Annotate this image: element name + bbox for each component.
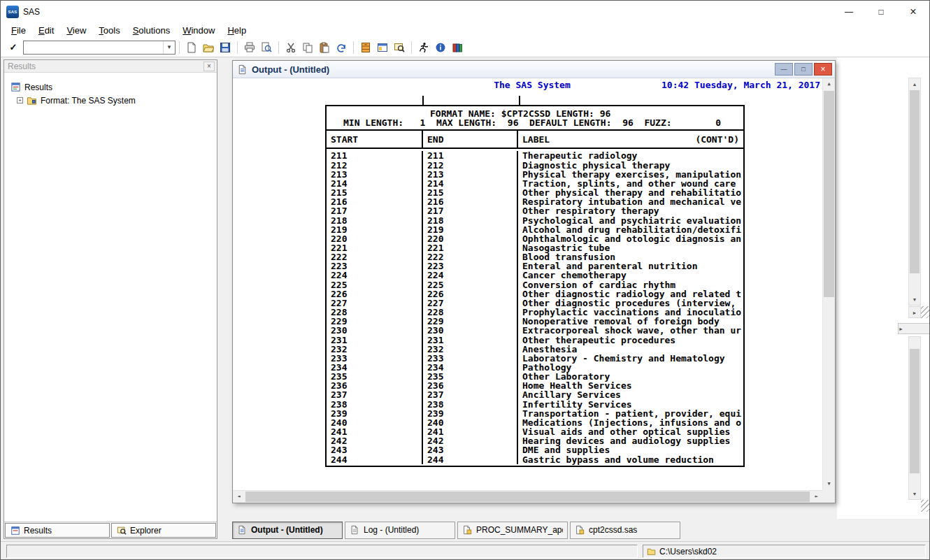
new-library-button[interactable]	[357, 39, 374, 55]
background-log-vscrollbar[interactable]: ▼	[908, 336, 921, 500]
window-bar-log-button[interactable]: Log - (Untitled)	[345, 522, 455, 539]
toolbar: ✓ ▼	[1, 38, 929, 57]
menu-item[interactable]: View	[60, 24, 92, 36]
cell-label: Other diagnostic radiology and related t	[517, 289, 743, 299]
output-vertical-scrollbar[interactable]: ▲ ▼	[822, 78, 835, 490]
cell-end: 213	[422, 170, 517, 179]
submit-run-button[interactable]	[415, 39, 432, 55]
results-panel-close-icon[interactable]: ×	[203, 62, 215, 71]
tree-item-label: Format: The SAS System	[41, 96, 136, 106]
window-bar: Output - (Untitled) Log - (Untitled) PRO…	[219, 519, 680, 541]
tree-item-results-root[interactable]: Results	[10, 80, 217, 94]
menu-item[interactable]: Edit	[32, 24, 60, 36]
scroll-down-icon[interactable]: ▼	[909, 294, 920, 305]
cell-label: Gastric bypass and volume reduction	[517, 455, 743, 464]
print-button[interactable]	[241, 39, 258, 55]
find-button[interactable]	[391, 39, 408, 55]
background-editor-scroll-corner[interactable]: ►	[908, 306, 921, 318]
help-books-button[interactable]	[449, 39, 466, 55]
editor-doc-icon	[575, 525, 585, 535]
cell-start: 244	[327, 455, 422, 464]
background-log-size-grip[interactable]	[921, 500, 930, 512]
tree-expander-icon[interactable]: +	[17, 97, 23, 103]
table-row: 226 226 Other diagnostic radiology and r…	[327, 289, 743, 299]
menu-item[interactable]: Help	[221, 24, 252, 36]
cut-button[interactable]	[282, 39, 299, 55]
scroll-right-icon[interactable]: ►	[810, 491, 822, 503]
copy-button[interactable]	[299, 39, 316, 55]
results-panel-titlebar[interactable]: Results ×	[4, 60, 217, 73]
new-document-button[interactable]	[183, 39, 200, 55]
print-preview-button[interactable]	[258, 39, 275, 55]
window-bar-output-button[interactable]: Output - (Untitled)	[232, 522, 343, 539]
menu-item[interactable]: Solutions	[127, 24, 176, 36]
cell-start: 213	[327, 170, 422, 179]
cell-label: Ancillary Services	[517, 390, 743, 399]
paste-button[interactable]	[316, 39, 333, 55]
menu-bar: FileEditViewToolsSolutionsWindowHelp	[1, 23, 929, 38]
window-title: SAS	[23, 7, 40, 17]
cell-start: 230	[327, 326, 422, 335]
maximize-button[interactable]: □	[865, 1, 897, 23]
column-header-start: START	[327, 131, 422, 148]
scrollbar-corner	[822, 490, 835, 503]
page-header-datetime: 10:42 Tuesday, March 21, 2017	[661, 80, 820, 89]
undo-button[interactable]	[333, 39, 350, 55]
cell-label: Psychological and psychiatric evaluation	[517, 216, 743, 225]
table-row: 239 239 Transportation - patient, provid…	[327, 409, 743, 418]
scroll-up-icon[interactable]: ▲	[909, 78, 920, 89]
new-library-icon	[360, 42, 371, 53]
table-row: 211 211 Therapeutic radiology	[327, 151, 743, 160]
explorer-window-button[interactable]	[374, 39, 391, 55]
menu-item[interactable]: Tools	[92, 24, 126, 36]
window-bar-proc-summary-button[interactable]: PROC_SUMMARY_apd_...	[457, 522, 568, 539]
help-books-icon	[452, 42, 463, 53]
cell-start: 226	[327, 289, 422, 299]
scroll-down-icon[interactable]: ▼	[823, 478, 835, 490]
current-directory-path: C:\Users\skd02	[659, 547, 717, 557]
tab-explorer[interactable]: Explorer	[111, 523, 216, 538]
menu-item[interactable]: File	[5, 24, 32, 36]
output-horizontal-scrollbar[interactable]: ◄ ►	[233, 490, 822, 503]
output-window-titlebar[interactable]: Output - (Untitled) — □ ×	[233, 61, 835, 78]
cell-end: 224	[422, 271, 517, 280]
background-log-window-edge[interactable]: ►	[898, 323, 930, 334]
minimize-button[interactable]: —	[833, 1, 865, 23]
window-bar-label: PROC_SUMMARY_apd_...	[476, 525, 563, 535]
close-button[interactable]: ×	[897, 1, 929, 23]
print-icon	[244, 42, 255, 53]
save-button[interactable]	[217, 39, 234, 55]
menu-item[interactable]: Window	[176, 24, 221, 36]
output-minimize-button[interactable]: —	[775, 63, 793, 76]
combobox-dropdown-icon[interactable]: ▼	[163, 41, 175, 54]
cell-start: 224	[327, 271, 422, 280]
background-editor-vscrollbar[interactable]: ▲ ▼	[908, 78, 921, 306]
scroll-up-icon[interactable]: ▲	[823, 78, 835, 90]
window-bar-cpt2cssd-button[interactable]: cpt2cssd.sas	[570, 522, 680, 539]
title-bar[interactable]: SAS SAS — □ ×	[1, 1, 929, 23]
output-close-button[interactable]: ×	[814, 63, 832, 76]
table-row: 243 243 DME and supplies	[327, 445, 743, 454]
cell-end: 211	[422, 151, 517, 160]
cell-label: Alcohol and drug rehabilitation/detoxifi	[517, 225, 743, 234]
scroll-thumb[interactable]	[910, 90, 920, 273]
output-maximize-button[interactable]: □	[794, 63, 813, 76]
scroll-right-icon[interactable]: ►	[909, 307, 920, 318]
command-input[interactable]	[24, 41, 163, 54]
mdi-workspace: ▲ ▼ ► ► ▼ Output - (Untitled) — □ ×	[219, 57, 930, 519]
explorer-window-icon	[377, 42, 388, 53]
info-button[interactable]	[432, 39, 449, 55]
scroll-thumb[interactable]	[910, 349, 920, 473]
toolbar-separator	[179, 41, 180, 54]
scroll-right-icon[interactable]: ►	[899, 323, 903, 334]
background-editor-size-grip[interactable]	[921, 306, 930, 318]
scroll-left-icon[interactable]: ◄	[233, 491, 245, 503]
scroll-thumb[interactable]	[824, 91, 834, 297]
tab-results[interactable]: Results	[5, 523, 110, 538]
scroll-down-icon[interactable]: ▼	[909, 488, 920, 499]
cell-start: 220	[327, 234, 422, 243]
table-row: 217 217 Other respiratory therapy	[327, 206, 743, 215]
tree-item-format-sas-system[interactable]: + Format: The SAS System	[10, 94, 217, 107]
scroll-thumb[interactable]	[245, 491, 810, 502]
open-button[interactable]	[200, 39, 217, 55]
